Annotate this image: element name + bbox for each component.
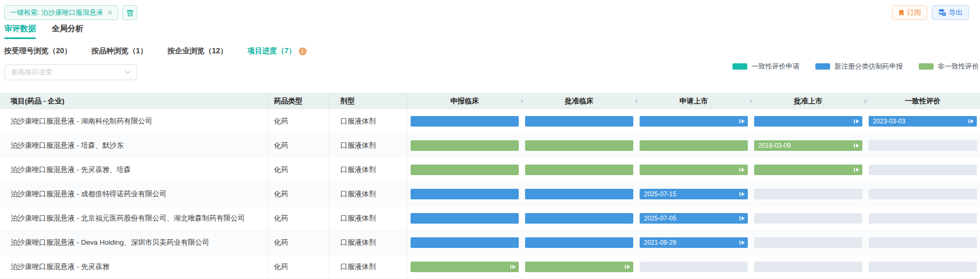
progress-bar-blue[interactable] — [525, 189, 633, 199]
stage-cell-1 — [407, 230, 522, 254]
table-row[interactable]: 泊沙康唑口服混悬液 - 湖南科伦制药有限公司化药口服液体剂2023-03-03 — [0, 109, 980, 133]
max-progress-dropdown-placeholder: 最高项目进度 — [11, 68, 52, 77]
review-data-page: 一键检索: 泊沙康唑口服混悬液 ✕ 订阅 导出 — [0, 0, 980, 279]
legend-item: 一致性评价申请 — [732, 62, 800, 71]
sub-tab-project-progress[interactable]: 项目进度（7）i — [248, 46, 307, 56]
stage-headers: 申报临床批准临床申请上市批准上市一致性评价 — [407, 93, 980, 109]
progress-bar-empty — [754, 237, 862, 248]
tab-global-analysis[interactable]: 全局分析 — [52, 24, 83, 39]
max-progress-dropdown[interactable]: 最高项目进度 — [4, 64, 137, 80]
progress-bar-green[interactable] — [411, 262, 519, 272]
clear-filters-button[interactable] — [122, 5, 137, 20]
progress-bar-blue[interactable] — [411, 213, 519, 224]
stage-cell-1 — [407, 206, 522, 230]
tab-review-data[interactable]: 审评数据 — [4, 24, 36, 39]
progress-bar-blue[interactable]: 2025-07-05 — [640, 213, 748, 224]
progress-bar-green[interactable] — [525, 165, 633, 175]
step-forward-icon — [739, 118, 745, 124]
sub-tab-by-company[interactable]: 按企业浏览（12） — [167, 46, 227, 56]
project-name: 泊沙康唑口服混悬液 - 成都倍特得诺药业有限公司 — [0, 182, 269, 206]
table-row[interactable]: 泊沙康唑口服混悬液 - 培森、默沙东化药口服液体剂2018-03-09 — [0, 133, 980, 158]
progress-bar-blue[interactable] — [754, 116, 862, 127]
project-name: 泊沙康唑口服混悬液 - 湖南科伦制药有限公司 — [0, 109, 269, 133]
sub-tab-by-acceptance-no[interactable]: 按受理号浏览（20） — [4, 46, 72, 56]
search-filter-tag[interactable]: 一键检索: 泊沙康唑口服混悬液 ✕ — [4, 5, 118, 20]
progress-bar-green[interactable]: 2018-03-09 — [754, 140, 862, 151]
progress-track: 2018-03-09 — [407, 133, 980, 157]
column-header-stage-5: 一致性评价 — [865, 93, 980, 109]
info-icon[interactable]: i — [299, 47, 307, 55]
export-database-icon — [938, 9, 946, 16]
sub-tab-label: 按受理号浏览（20） — [4, 46, 72, 56]
stage-cell-1 — [407, 182, 522, 206]
progress-bar-blue[interactable]: 2021-09-29 — [640, 237, 748, 248]
progress-bar-green[interactable] — [411, 165, 519, 175]
drug-type: 化药 — [269, 158, 329, 181]
stage-cell-5 — [865, 182, 980, 206]
table-row[interactable]: 泊沙康唑口服混悬液 - 北京福元医药股份有限公司、湖北唯森制药有限公司化药口服液… — [0, 206, 980, 230]
progress-bar-empty — [869, 213, 977, 224]
close-icon[interactable]: ✕ — [107, 9, 112, 16]
progress-bar-empty — [869, 140, 977, 151]
table-row[interactable]: 泊沙康唑口服混悬液 - 先灵葆雅、培森化药口服液体剂 — [0, 158, 980, 182]
stage-cell-1 — [407, 158, 522, 181]
drug-type: 化药 — [269, 133, 329, 157]
table-row[interactable]: 泊沙康唑口服混悬液 - Deva Holding、深圳市贝美药业有限公司化药口服… — [0, 230, 980, 255]
progress-bar-blue[interactable]: 2025-07-15 — [640, 189, 748, 199]
progress-bar-blue[interactable] — [525, 237, 633, 248]
column-header-drug-type: 药品类型 — [269, 93, 329, 109]
subscribe-button-label: 订阅 — [907, 8, 921, 17]
step-forward-icon — [739, 215, 745, 221]
table-row[interactable]: 泊沙康唑口服混悬液 - 先灵葆雅化药口服液体剂 — [0, 255, 980, 279]
stage-cell-2 — [522, 182, 636, 206]
stage-cell-4 — [751, 206, 865, 230]
step-forward-icon — [854, 167, 860, 172]
stage-cell-3: 2025-07-05 — [636, 206, 751, 230]
search-filter-tag-label: 一键检索: 泊沙康唑口服混悬液 — [10, 8, 103, 17]
progress-track — [407, 158, 980, 181]
legend-label: 新注册分类仿制药申报 — [834, 62, 903, 71]
column-header-stage-3: 申请上市 — [636, 93, 751, 109]
progress-bar-blue[interactable] — [640, 116, 748, 127]
progress-bar-blue[interactable] — [411, 116, 519, 127]
table-row[interactable]: 泊沙康唑口服混悬液 - 成都倍特得诺药业有限公司化药口服液体剂2025-07-1… — [0, 182, 980, 206]
stage-cell-5 — [865, 158, 980, 181]
progress-bar-green[interactable] — [525, 262, 633, 272]
progress-bar-green[interactable] — [754, 165, 862, 175]
stage-date: 2025-07-05 — [640, 215, 676, 222]
progress-bar-green[interactable] — [411, 140, 519, 151]
stage-cell-3 — [636, 109, 751, 133]
main-tabs: 审评数据 全局分析 — [4, 24, 83, 39]
drug-type: 化药 — [269, 182, 329, 206]
progress-bar-green[interactable] — [640, 165, 748, 175]
sub-tab-label: 项目进度（7） — [248, 46, 296, 56]
progress-bar-blue[interactable] — [411, 189, 519, 199]
column-header-stage-1: 申报临床 — [407, 93, 522, 109]
sub-tab-by-variety[interactable]: 按品种浏览（1） — [92, 46, 148, 56]
stage-date: 2021-09-29 — [640, 239, 676, 246]
stage-header-label: 申请上市 — [680, 97, 708, 106]
step-forward-icon — [739, 191, 745, 197]
drug-type: 化药 — [269, 255, 329, 278]
progress-bar-green[interactable] — [525, 140, 633, 151]
progress-track: 2023-03-03 — [407, 109, 980, 133]
project-name: 泊沙康唑口服混悬液 - Deva Holding、深圳市贝美药业有限公司 — [0, 230, 269, 254]
stage-cell-2 — [522, 133, 636, 157]
stage-cell-2 — [522, 206, 636, 230]
progress-bar-blue[interactable]: 2023-03-03 — [869, 116, 977, 127]
export-button[interactable]: 导出 — [932, 5, 969, 20]
progress-bar-blue[interactable] — [525, 213, 633, 224]
stage-date: 2025-07-15 — [640, 190, 676, 198]
progress-bar-blue[interactable] — [411, 237, 519, 248]
stage-cell-4 — [751, 158, 865, 181]
table-header-row: 项目(药品 - 企业) 药品类型 剂型 申报临床批准临床申请上市批准上市一致性评… — [0, 93, 980, 109]
stage-date: 2018-03-09 — [754, 142, 791, 149]
progress-bar-blue[interactable] — [525, 116, 633, 127]
stage-date: 2023-03-03 — [869, 118, 905, 125]
stage-cell-2 — [522, 109, 636, 133]
sub-tab-label: 按品种浏览（1） — [92, 46, 148, 56]
progress-bar-green[interactable] — [640, 140, 748, 151]
stage-cell-4 — [751, 109, 865, 133]
subscribe-button[interactable]: 订阅 — [892, 5, 927, 20]
column-header-stage-2: 批准临床 — [522, 93, 636, 109]
